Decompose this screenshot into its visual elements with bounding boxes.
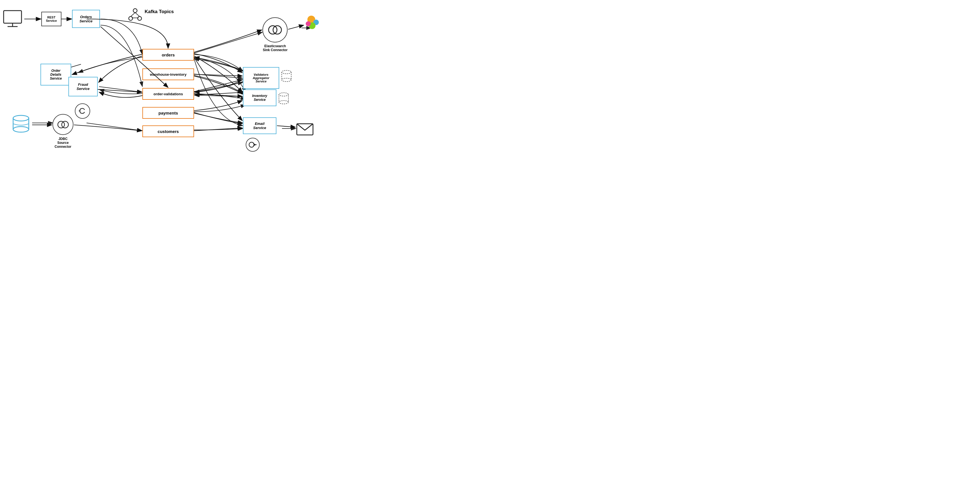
svg-line-7 (87, 123, 142, 131)
svg-point-39 (306, 21, 311, 26)
svg-line-15 (135, 13, 140, 16)
warehouse-topic-box: warehouse-inventory (142, 69, 194, 80)
es-connector-circle (262, 18, 288, 43)
es-connector-label: Elasticsearch Sink Connector (259, 44, 291, 52)
svg-point-11 (133, 9, 137, 13)
fraud-relay-circle (75, 104, 90, 119)
customers-topic-box: customers (142, 126, 194, 137)
svg-point-18 (13, 115, 29, 121)
fraud-service-box: Fraud Service (68, 77, 98, 96)
architecture-diagram: REST Service Orders Service Kafka Topics… (0, 0, 327, 159)
svg-point-12 (129, 16, 133, 21)
svg-point-21 (13, 127, 29, 132)
payments-topic-box: payments (142, 107, 194, 119)
svg-point-32 (249, 142, 254, 147)
jdbc-connector-circle (52, 114, 73, 135)
database-icon (11, 113, 31, 135)
svg-point-23 (62, 121, 68, 128)
svg-point-31 (279, 100, 288, 104)
inventory-service-box: Inventory Service (243, 89, 277, 106)
elastic-logo (304, 14, 324, 32)
email-service-box: Email Service (243, 117, 277, 134)
monitor-icon (2, 9, 24, 29)
svg-line-44 (194, 128, 242, 131)
rest-service-box: REST Service (41, 12, 61, 26)
orders-service-box: Orders Service (72, 10, 100, 28)
svg-point-13 (138, 16, 142, 21)
svg-line-46 (288, 25, 304, 29)
email-envelope-icon (296, 123, 314, 136)
svg-point-27 (282, 78, 291, 81)
validations-topic-box: order-validations (142, 88, 194, 100)
svg-line-14 (130, 13, 135, 16)
validators-aggregator-box: Validators Aggregator Service (243, 67, 279, 89)
jdbc-connector-label: JDBC Source Connector (50, 137, 76, 149)
svg-point-28 (279, 93, 288, 96)
kafka-icon (128, 8, 142, 22)
svg-line-47 (277, 126, 295, 127)
email-relay-circle (246, 138, 260, 152)
svg-rect-8 (4, 11, 22, 23)
inventory-db-icon (278, 92, 290, 105)
svg-point-24 (282, 70, 291, 74)
validators-db-icon (281, 69, 292, 83)
order-details-service-box: Order Details Service (40, 64, 71, 86)
orders-topic-box: orders (142, 49, 194, 61)
kafka-topics-label: Kafka Topics (145, 9, 174, 14)
svg-point-22 (58, 121, 65, 128)
